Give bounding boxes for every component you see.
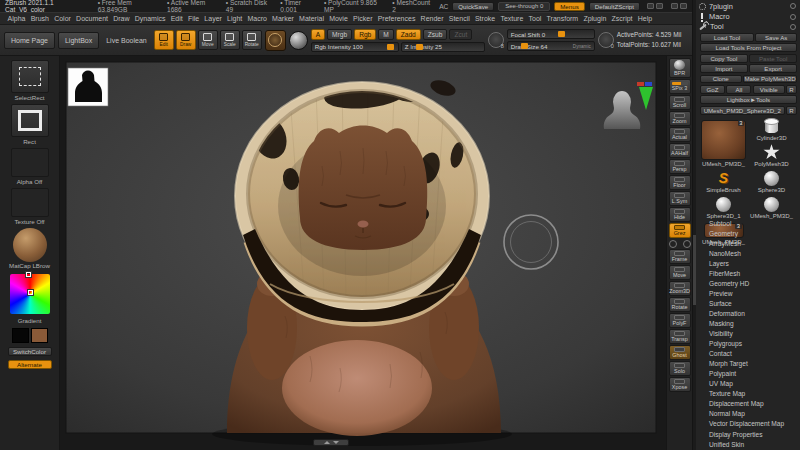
solo-button[interactable]: Solo <box>669 361 691 376</box>
menu-item[interactable]: Transform <box>544 15 581 22</box>
subpalette-header[interactable]: NanoMesh <box>700 248 797 258</box>
gradient-label[interactable]: Gradient <box>18 317 42 324</box>
tool-item[interactable]: Cylinder3D <box>748 117 795 142</box>
subpalette-header[interactable]: Morph Target <box>700 359 797 369</box>
perspective-button[interactable]: Persp <box>669 159 691 174</box>
goz-button[interactable]: GoZ <box>700 85 725 94</box>
home-page-button[interactable]: Home Page <box>4 32 55 49</box>
tray-divider-handle[interactable] <box>313 439 349 446</box>
subpalette-header[interactable]: Unified Skin <box>700 439 797 449</box>
menu-item[interactable]: Edit <box>168 15 185 22</box>
switch-color-button[interactable]: SwitchColor <box>8 347 52 356</box>
menu-item[interactable]: Render <box>418 15 446 22</box>
menu-item[interactable]: Light <box>224 15 244 22</box>
menu-item[interactable]: Draw <box>111 15 133 22</box>
menu-item[interactable]: File <box>185 15 201 22</box>
z-intensity-slider[interactable]: Z Intensity 25 <box>401 42 485 52</box>
subpalette-header[interactable]: Visibility <box>700 329 797 339</box>
palette-macro[interactable]: Macro <box>697 11 798 21</box>
live-boolean-label[interactable]: Live Boolean <box>102 37 150 44</box>
menu-item[interactable]: Dynamics <box>132 15 168 22</box>
menu-item[interactable]: Macro <box>245 15 270 22</box>
spix-slider[interactable]: SPix 3 <box>669 79 691 94</box>
zadd-toggle[interactable]: Zadd <box>396 29 421 40</box>
load-tool-button[interactable]: Load Tool <box>700 33 754 42</box>
import-button[interactable]: Import <box>700 64 748 73</box>
main-color-swatch[interactable] <box>12 328 29 343</box>
export-button[interactable]: Export <box>749 64 797 73</box>
tool-item-active[interactable]: 3 UMesh_PM3D_ <box>700 117 747 168</box>
goz-all-button[interactable]: All <box>726 85 751 94</box>
goz-visible-button[interactable]: Visible <box>753 85 785 94</box>
menu-item[interactable]: Marker <box>269 15 296 22</box>
clone-button[interactable]: Clone <box>700 75 742 84</box>
color-picker[interactable] <box>10 274 50 314</box>
save-as-button[interactable]: Save As <box>755 33 797 42</box>
texture-off-button[interactable]: Texture Off <box>11 188 49 225</box>
frame-button[interactable]: Frame <box>669 249 691 264</box>
scale-mode-button[interactable]: Scale <box>220 30 240 50</box>
brush-falloff-preview[interactable]: 8 <box>488 32 504 48</box>
ghost-button[interactable]: Ghost <box>669 345 691 360</box>
bpr-render-button[interactable]: BPR <box>669 58 691 78</box>
menu-item[interactable]: Stroke <box>472 15 497 22</box>
menu-item[interactable]: Alpha <box>5 15 28 22</box>
tool-item[interactable]: Sphere3D_1 <box>700 195 747 220</box>
menu-item[interactable]: Material <box>296 15 326 22</box>
menus-button[interactable]: Menus <box>554 2 585 11</box>
menu-item[interactable]: Preferences <box>375 15 418 22</box>
current-tool-name[interactable]: UMesh_PM3D_Sphere3D_2 <box>700 106 785 115</box>
subpalette-header[interactable]: Layers <box>700 258 797 268</box>
hide-button[interactable]: Hide <box>669 207 691 222</box>
matcap-material-button[interactable]: MatCap LBrow <box>9 228 50 269</box>
subpalette-header[interactable]: Geometry HD <box>700 278 797 288</box>
move-mode-button[interactable]: Move <box>198 30 218 50</box>
zoom3d-button[interactable]: Zoom3D <box>669 281 691 296</box>
zsub-toggle[interactable]: Zsub <box>423 29 448 40</box>
subpalette-header[interactable]: Contact <box>700 349 797 359</box>
layout-icons[interactable] <box>647 3 687 9</box>
subpalette-header[interactable]: Vector Displacement Map <box>700 419 797 429</box>
transparency-button[interactable]: Transp <box>669 329 691 344</box>
load-tools-from-project-button[interactable]: Load Tools From Project <box>700 43 797 52</box>
subpalette-header[interactable]: Display Properties <box>700 429 797 439</box>
palette-7plugin[interactable]: 7plugin <box>697 1 798 11</box>
material-sphere-button[interactable] <box>289 31 308 50</box>
subpalette-header[interactable]: Subtool <box>700 218 797 228</box>
alpha-off-button[interactable]: Alpha Off <box>11 148 49 185</box>
subpalette-header[interactable]: Normal Map <box>700 409 797 419</box>
zcut-toggle[interactable]: Zcut <box>449 29 472 40</box>
tool-item[interactable]: Sphere3D <box>748 169 795 194</box>
subpalette-header[interactable]: Displacement Map <box>700 399 797 409</box>
viewport-canvas[interactable] <box>60 56 666 450</box>
dock-scrollbar[interactable] <box>693 0 696 450</box>
anchor-toggle[interactable]: A <box>311 29 325 40</box>
menu-item[interactable]: Document <box>74 15 111 22</box>
brush-falloff-preview-2[interactable]: 0 <box>598 32 614 48</box>
brush-stroke-button[interactable] <box>265 30 286 51</box>
palette-dock-icon[interactable] <box>790 24 796 30</box>
xpose-button[interactable]: Xpose <box>669 377 691 392</box>
actual-size-button[interactable]: Actual <box>669 127 691 142</box>
draw-mode-button[interactable]: Draw <box>176 30 196 50</box>
mrgb-toggle[interactable]: Mrgb <box>327 29 352 40</box>
polyframe-button[interactable]: PolyF <box>669 313 691 328</box>
menu-item[interactable]: Zscript <box>609 15 635 22</box>
menu-item[interactable]: Brush <box>28 15 51 22</box>
rgb-toggle[interactable]: Rgb <box>354 29 376 40</box>
subpalette-header[interactable]: FiberMesh <box>700 268 797 278</box>
menu-item[interactable]: Layer <box>202 15 225 22</box>
floor-grid-button[interactable]: Floor <box>669 175 691 190</box>
grez-button[interactable]: Grez <box>669 223 691 238</box>
subpalette-header[interactable]: Deformation <box>700 308 797 318</box>
menu-item[interactable]: Movie <box>327 15 351 22</box>
rect-stroke-button[interactable]: Rect <box>11 104 49 145</box>
tool-item[interactable]: SimpleBrush <box>700 169 747 194</box>
local-symmetry-button[interactable]: L.Sym <box>669 191 691 206</box>
menu-item[interactable]: Stencil <box>446 15 472 22</box>
tool-item[interactable]: PolyMesh3D <box>748 143 795 168</box>
draw-size-slider[interactable]: Draw Size 64Dynamic <box>507 41 595 51</box>
lightbox-tools-button[interactable]: Lightbox►Tools <box>700 95 797 104</box>
rgb-intensity-slider[interactable]: Rgb Intensity 100 <box>311 42 399 52</box>
default-zscript-button[interactable]: DefaultZScript <box>589 2 640 11</box>
